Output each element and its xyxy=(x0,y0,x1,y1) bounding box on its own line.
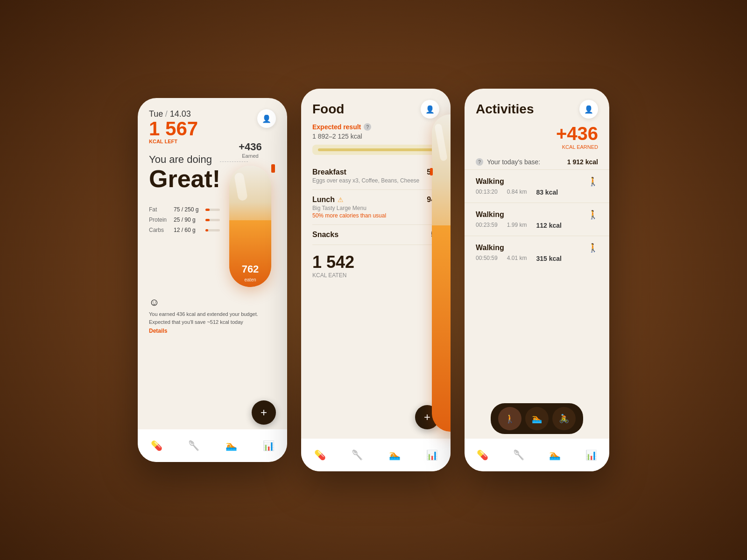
activity-2[interactable]: Walking 🚶 00:23:59 1.99 km 112 kcal xyxy=(465,203,609,236)
capsule: 762 eaten xyxy=(229,166,271,287)
meal-lunch-details: Big Tasty Large Menu xyxy=(312,205,427,211)
meal-snacks[interactable]: Snacks 50 xyxy=(312,225,439,245)
macro-fat-bar xyxy=(205,209,210,211)
capsule-shine xyxy=(234,172,248,202)
add-fab-button[interactable]: + xyxy=(252,400,276,425)
act-base-value: 1 912 kcal xyxy=(567,158,598,166)
act-nav-stats[interactable]: 📊 xyxy=(585,449,597,461)
act3-details: 00:50:59 4.01 km 315 kcal xyxy=(476,255,598,262)
act-nav-swim[interactable]: 🏊 xyxy=(549,449,561,461)
macro-fat-name: Fat xyxy=(149,206,170,213)
food-capsule-shine xyxy=(434,123,448,161)
macro-carbs: Carbs 12 / 60 g xyxy=(149,227,220,233)
macro-carbs-value: 12 / 60 g xyxy=(174,227,202,233)
meal-snacks-left: Snacks xyxy=(312,231,431,239)
act3-kcal: 315 kcal xyxy=(536,255,562,262)
info-icon: ? xyxy=(364,123,371,131)
macro-carbs-name: Carbs xyxy=(149,227,170,233)
act1-time: 00:13:20 xyxy=(476,189,498,196)
act-bottom-nav: 💊 🥄 🏊 📊 xyxy=(465,439,609,471)
tip-icon: ☺ xyxy=(149,296,276,308)
activity-1[interactable]: Walking 🚶 00:13:20 0.84 km 83 kcal xyxy=(465,169,609,203)
tip-text: You earned 436 kcal and extended your bu… xyxy=(149,310,276,326)
nav-stats-icon[interactable]: 📊 xyxy=(263,440,275,451)
food-content: Expected result ? 1 892–2 125 kcal Break… xyxy=(301,123,451,279)
act3-header: Walking 🚶 xyxy=(476,243,598,253)
food-nav-swim[interactable]: 🏊 xyxy=(389,449,401,461)
screens-container: Tue / 14.03 1 567 KCAL left 👤 You are do… xyxy=(138,89,609,471)
date-number: 14.03 xyxy=(170,109,191,119)
day-label: Tue xyxy=(149,109,163,119)
act3-icon: 🚶 xyxy=(588,243,598,253)
user-icon: 👤 xyxy=(262,114,271,123)
food-nav-stats[interactable]: 📊 xyxy=(426,449,438,461)
tab-walking[interactable]: 🚶 xyxy=(498,407,521,430)
earned-label: Earned xyxy=(229,153,271,159)
tip-section: ☺ You earned 436 kcal and extended your … xyxy=(138,292,287,334)
phone-activities: Activities 👤 +436 KCAL earned ? Your tod… xyxy=(465,89,609,471)
act-nav-food[interactable]: 🥄 xyxy=(513,449,525,461)
tab-swimming[interactable]: 🏊 xyxy=(525,407,549,430)
food-capsule-fill xyxy=(432,225,451,432)
meal-breakfast-details: Eggs over easy x3, Coffee, Beans, Cheese xyxy=(312,177,427,184)
phone-main: Tue / 14.03 1 567 KCAL left 👤 You are do… xyxy=(138,98,287,462)
food-header: Food 👤 xyxy=(301,89,451,123)
act3-time: 00:50:59 xyxy=(476,255,498,262)
add-icon: + xyxy=(261,406,267,419)
act-nav-pill[interactable]: 💊 xyxy=(477,449,488,461)
avatar-button[interactable]: 👤 xyxy=(257,109,276,128)
act3-distance: 4.01 km xyxy=(507,255,527,262)
nav-food-icon[interactable]: 🥄 xyxy=(188,440,200,451)
kcal-range: 1 892–2 125 kcal xyxy=(312,133,439,140)
right-column: +436 Earned 762 eaten xyxy=(225,197,276,287)
phone-food: Food 👤 Expected result ? 1 892–2 125 kca… xyxy=(301,89,451,471)
food-title: Food xyxy=(312,102,344,117)
nav-pill-icon[interactable]: 💊 xyxy=(151,440,162,451)
act1-kcal: 83 kcal xyxy=(536,189,558,196)
nav-swim-icon[interactable]: 🏊 xyxy=(226,440,237,451)
left-column: Fat 75 / 250 g Protein 25 / 90 g Carbs 1… xyxy=(149,197,220,287)
food-capsule-container xyxy=(432,114,451,450)
tab-cycling[interactable]: 🚴 xyxy=(552,407,576,430)
macro-protein-bar xyxy=(205,219,210,221)
act-avatar-button[interactable]: 👤 xyxy=(579,100,598,119)
food-capsule xyxy=(432,114,451,432)
activity-tabs: 🚶 🏊 🚴 xyxy=(491,403,583,434)
act1-name: Walking xyxy=(476,177,504,186)
details-link[interactable]: Details xyxy=(149,328,276,334)
food-bottom-nav: 💊 🥄 🏊 📊 xyxy=(301,439,451,471)
capsule-sublabel: eaten xyxy=(229,277,271,282)
range-bar xyxy=(312,145,439,155)
meal-section: Breakfast Eggs over easy x3, Coffee, Bea… xyxy=(312,162,439,245)
act2-details: 00:23:59 1.99 km 112 kcal xyxy=(476,222,598,229)
total-kcal: 1 542 xyxy=(312,252,439,272)
act1-header: Walking 🚶 xyxy=(476,176,598,187)
total-label: KCAL eaten xyxy=(312,272,439,279)
earned-marker xyxy=(271,164,275,173)
bottom-nav: 💊 🥄 🏊 📊 xyxy=(138,429,287,462)
act2-icon: 🚶 xyxy=(588,210,598,220)
macro-protein: Protein 25 / 90 g xyxy=(149,217,220,223)
food-nav-pill[interactable]: 💊 xyxy=(314,449,326,461)
activities-title: Activities xyxy=(476,102,534,117)
capsule-value: 762 xyxy=(229,263,271,275)
act-info-icon: ? xyxy=(476,158,483,166)
act1-icon: 🚶 xyxy=(588,176,598,187)
meal-lunch[interactable]: Lunch ⚠ Big Tasty Large Menu 50% more ca… xyxy=(312,190,439,225)
expected-result-row: Expected result ? xyxy=(312,123,439,131)
macro-protein-name: Protein xyxy=(149,217,170,223)
act2-distance: 1.99 km xyxy=(507,222,527,229)
act2-name: Walking xyxy=(476,210,504,219)
act3-name: Walking xyxy=(476,244,504,252)
food-nav-food[interactable]: 🥄 xyxy=(352,449,363,461)
act2-kcal: 112 kcal xyxy=(536,222,562,229)
food-add-icon: + xyxy=(424,411,430,424)
act-base-row: ? Your today's base: 1 912 kcal xyxy=(465,154,609,169)
activity-3[interactable]: Walking 🚶 00:50:59 4.01 km 315 kcal xyxy=(465,236,609,269)
meal-lunch-left: Lunch ⚠ Big Tasty Large Menu 50% more ca… xyxy=(312,196,427,219)
act2-header: Walking 🚶 xyxy=(476,210,598,220)
act-earned-value: +436 xyxy=(476,123,598,144)
meal-breakfast[interactable]: Breakfast Eggs over easy x3, Coffee, Bea… xyxy=(312,162,439,190)
act-earned-label: KCAL earned xyxy=(476,144,598,150)
expected-result-label: Expected result xyxy=(312,123,361,131)
